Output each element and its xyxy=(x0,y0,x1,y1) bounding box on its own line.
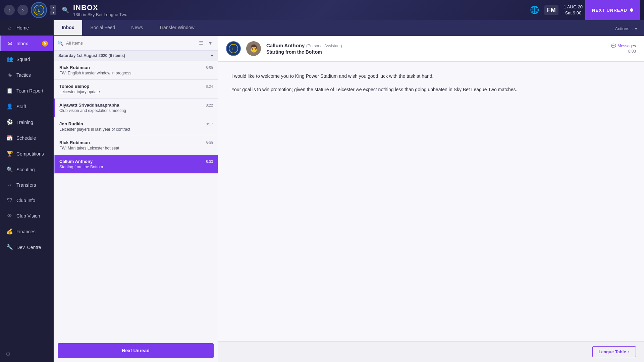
msg-subject-1: FW: English transfer window in progress xyxy=(59,71,213,75)
topbar: ‹ › L ▲ ▼ 🔍 INBOX 13th in Sky Bet League… xyxy=(0,0,644,20)
sidebar-icon-tactics: ◈ xyxy=(6,72,13,78)
msg-time-5: 8:09 xyxy=(206,141,213,145)
fm-logo: FM xyxy=(544,5,558,15)
sidebar-item-tactics[interactable]: ◈ Tactics xyxy=(0,67,53,83)
sidebar-label-inbox: Inbox xyxy=(16,41,28,46)
sidebar-item-staff[interactable]: 👤 Staff xyxy=(0,99,53,114)
date-group-label: Saturday 1st August 2020 (6 items) xyxy=(58,53,125,58)
sidebar-item-squad[interactable]: 👥 Squad xyxy=(0,51,53,67)
detail-body: I would like to welcome you to King Powe… xyxy=(218,62,644,341)
message-item-2[interactable]: Tomos Bishop 8:24 Leicester injury updat… xyxy=(54,80,218,99)
sidebar-icon-club-vision: 👁 xyxy=(6,213,13,219)
sidebar-label-dev-centre: Dev. Centre xyxy=(16,245,41,250)
badge-up-btn[interactable]: ▲ xyxy=(50,5,56,10)
detail-body-paragraph: Your goal is to win promotion; given the… xyxy=(231,86,631,94)
msg-subject-3: Club vision and expectations meeting xyxy=(59,108,213,113)
sidebar-item-finances[interactable]: 💰 Finances xyxy=(0,224,53,239)
inbox-title: INBOX xyxy=(73,3,127,12)
sidebar-bottom-icon[interactable]: ⚙ xyxy=(5,351,11,358)
svg-text:L: L xyxy=(38,8,40,13)
sidebar-icon-inbox: ✉ xyxy=(6,40,13,47)
next-unread-top-label: NEXT UNREAD xyxy=(592,8,627,13)
detail-subject: Starting from the Bottom xyxy=(266,49,606,55)
sidebar-item-schedule[interactable]: 📅 Schedule xyxy=(0,130,53,146)
forward-button[interactable]: › xyxy=(17,5,28,15)
topbar-title-area: INBOX 13th in Sky Bet League Two xyxy=(73,3,127,17)
msg-subject-5: FW: Man takes Leicester hot seat xyxy=(59,146,213,150)
msg-sender-5: Rick Robinson xyxy=(59,140,90,145)
sidebar-item-competitions[interactable]: 🏆 Competitions xyxy=(0,146,53,162)
sidebar-label-tactics: Tactics xyxy=(16,72,31,78)
sidebar-label-scouting: Scouting xyxy=(16,167,35,172)
topbar-subtitle: 13th in Sky Bet League Two xyxy=(73,12,127,17)
sidebar-label-squad: Squad xyxy=(16,57,30,62)
tab-transfer-window[interactable]: Transfer Window xyxy=(151,20,202,36)
date-group-header[interactable]: Saturday 1st August 2020 (6 items) ▾ xyxy=(54,51,218,61)
message-items: Rick Robinson 8:59 FW: English transfer … xyxy=(54,61,218,339)
sidebar-icon-team-report: 📋 xyxy=(6,87,13,94)
message-item-6[interactable]: Callum Anthony 8:03 Starting from the Bo… xyxy=(54,155,218,174)
sidebar-item-inbox[interactable]: ✉ Inbox 5 xyxy=(0,36,53,51)
msg-time-4: 8:17 xyxy=(206,122,213,126)
league-table-arrow: › xyxy=(628,349,630,354)
tab-inbox[interactable]: Inbox xyxy=(54,20,82,36)
msg-sender-4: Jon Rudkin xyxy=(59,121,83,126)
topbar-date: 1 AUG 20 Sat 9:00 xyxy=(564,4,583,16)
actions-button[interactable]: Actions... ▾ xyxy=(608,21,644,36)
club-badge: L xyxy=(31,2,47,18)
sidebar-icon-training: ⚽ xyxy=(6,119,13,125)
sidebar-item-club-vision[interactable]: 👁 Club Vision xyxy=(0,208,53,224)
detail-sender-name: Callum Anthony xyxy=(266,43,305,48)
detail-meta: 💬 Messages 8:03 xyxy=(611,44,636,54)
detail-avatar: 👨 xyxy=(246,41,261,56)
globe-icon: 🌐 xyxy=(530,6,539,14)
badge-arrows: ▲ ▼ xyxy=(50,5,56,15)
content-area: InboxSocial FeedNewsTransfer WindowActio… xyxy=(54,20,644,362)
league-table-label: League Table xyxy=(599,349,626,354)
msg-sender-6: Callum Anthony xyxy=(59,159,93,164)
sidebar-item-club-info[interactable]: 🛡 Club Info xyxy=(0,193,53,208)
detail-time: 8:03 xyxy=(611,49,636,54)
sidebar-item-training[interactable]: ⚽ Training xyxy=(0,114,53,130)
sidebar-item-scouting[interactable]: 🔍 Scouting xyxy=(0,162,53,177)
msg-sender-3: Aiyawatt Srivaddhanaprabha xyxy=(59,103,119,108)
detail-sender-line: Callum Anthony (Personal Assistant) xyxy=(266,43,606,49)
sidebar-item-team-report[interactable]: 📋 Team Report xyxy=(0,83,53,99)
sidebar-label-schedule: Schedule xyxy=(16,135,36,141)
sidebar-icon-club-info: 🛡 xyxy=(6,197,13,203)
sidebar-item-dev-centre[interactable]: 🔧 Dev. Centre xyxy=(0,239,53,255)
messages-label: 💬 Messages xyxy=(611,44,636,48)
tab-news[interactable]: News xyxy=(123,20,151,36)
filter-buttons: ☰ ▾ xyxy=(197,39,214,47)
main-layout: ⌂ Home ✉ Inbox 5 👥 Squad ◈ Tactics 📋 Tea… xyxy=(0,20,644,362)
detail-header: L 👨 Callum Anthony (Personal Assistant) … xyxy=(218,36,644,62)
sidebar-icon-finances: 💰 xyxy=(6,228,13,235)
detail-title-area: Callum Anthony (Personal Assistant) Star… xyxy=(266,43,606,55)
next-unread-top-button[interactable]: NEXT UNREAD xyxy=(585,0,640,20)
msg-sender-1: Rick Robinson xyxy=(59,65,90,70)
detail-club-badge: L xyxy=(226,41,241,56)
sidebar-item-transfers[interactable]: ↔ Transfers xyxy=(0,177,53,193)
msg-time-6: 8:03 xyxy=(206,160,213,164)
sidebar-item-home[interactable]: ⌂ Home xyxy=(0,20,53,36)
sidebar-icon-home: ⌂ xyxy=(6,25,13,31)
tab-social-feed[interactable]: Social Feed xyxy=(82,20,123,36)
msg-time-1: 8:59 xyxy=(206,66,213,70)
date-line2: Sat 9:00 xyxy=(564,10,583,16)
message-item-3[interactable]: Aiyawatt Srivaddhanaprabha 8:22 Club vis… xyxy=(54,99,218,117)
message-item-5[interactable]: Rick Robinson 8:09 FW: Man takes Leicest… xyxy=(54,136,218,155)
list-filter-btn[interactable]: ☰ xyxy=(197,39,206,47)
search-input[interactable] xyxy=(66,41,194,46)
message-item-1[interactable]: Rick Robinson 8:59 FW: English transfer … xyxy=(54,61,218,80)
sidebar-icon-squad: 👥 xyxy=(6,56,13,62)
msg-sender-2: Tomos Bishop xyxy=(59,84,89,89)
sidebar-label-training: Training xyxy=(16,120,33,125)
dropdown-filter-btn[interactable]: ▾ xyxy=(207,39,214,47)
back-button[interactable]: ‹ xyxy=(4,5,15,15)
sidebar-icon-scouting: 🔍 xyxy=(6,166,13,173)
next-unread-bottom-button[interactable]: Next Unread xyxy=(58,343,214,358)
msg-time-3: 8:22 xyxy=(206,103,213,107)
message-item-4[interactable]: Jon Rudkin 8:17 Leicester players in las… xyxy=(54,117,218,136)
badge-down-btn[interactable]: ▼ xyxy=(50,10,56,15)
league-table-button[interactable]: League Table › xyxy=(592,346,636,357)
